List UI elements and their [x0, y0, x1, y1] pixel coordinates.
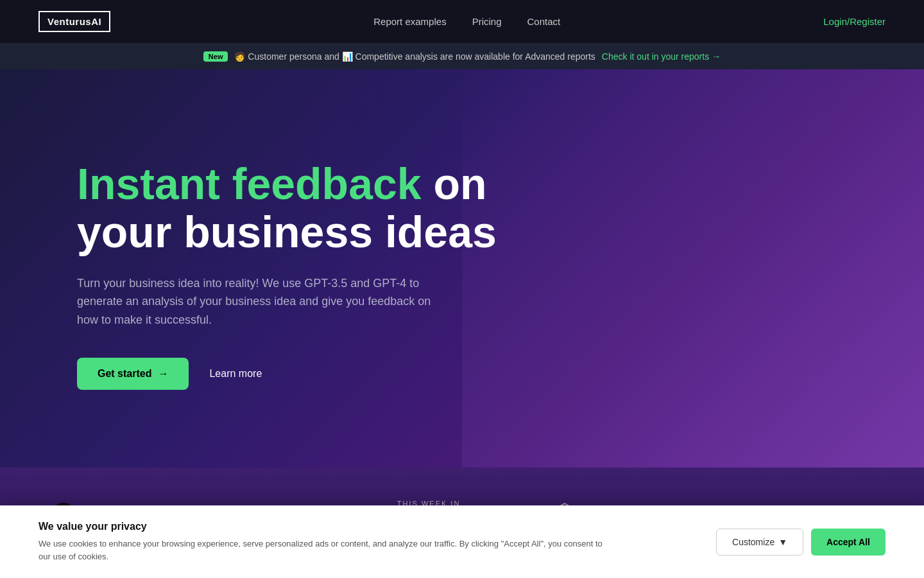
banner-cta-link[interactable]: Check it out in your reports → [602, 51, 721, 62]
cookie-text-block: We value your privacy We use cookies to … [38, 521, 616, 563]
banner-text: 🧑 Customer persona and 📊 Competitive ana… [234, 51, 595, 62]
nav-links: Report examples Pricing Contact [373, 16, 560, 27]
navbar: VenturusAI Report examples Pricing Conta… [0, 0, 924, 44]
hero-title-on: on [422, 159, 487, 208]
cookie-actions: Customize ▼ Accept All [716, 529, 886, 556]
nav-report-examples[interactable]: Report examples [373, 16, 446, 27]
hero-title: Instant feedback on your business ideas [77, 160, 513, 256]
nav-contact[interactable]: Contact [527, 16, 561, 27]
learn-more-button[interactable]: Learn more [209, 368, 262, 380]
hero-subtitle: Turn your business idea into reality! We… [77, 274, 449, 329]
customize-button[interactable]: Customize ▼ [716, 529, 803, 556]
site-logo[interactable]: VenturusAI [38, 11, 110, 32]
hero-section: Instant feedback on your business ideas … [0, 69, 924, 468]
new-badge: New [203, 51, 228, 62]
hero-title-green: Instant feedback [77, 159, 422, 208]
cookie-description: We use cookies to enhance your browsing … [38, 538, 616, 563]
get-started-button[interactable]: Get started → [77, 358, 189, 390]
dropdown-icon: ▼ [778, 537, 787, 547]
cookie-banner: We value your privacy We use cookies to … [0, 505, 924, 578]
hero-actions: Get started → Learn more [77, 358, 513, 390]
hero-title-line2: your business ideas [77, 207, 497, 256]
login-register-link[interactable]: Login/Register [823, 16, 886, 27]
accept-all-button[interactable]: Accept All [811, 529, 886, 556]
announcement-banner: New 🧑 Customer persona and 📊 Competitive… [0, 44, 924, 69]
hero-content: Instant feedback on your business ideas … [77, 160, 513, 390]
cookie-title: We value your privacy [38, 521, 616, 532]
nav-pricing[interactable]: Pricing [472, 16, 502, 27]
arrow-icon: → [158, 368, 168, 380]
